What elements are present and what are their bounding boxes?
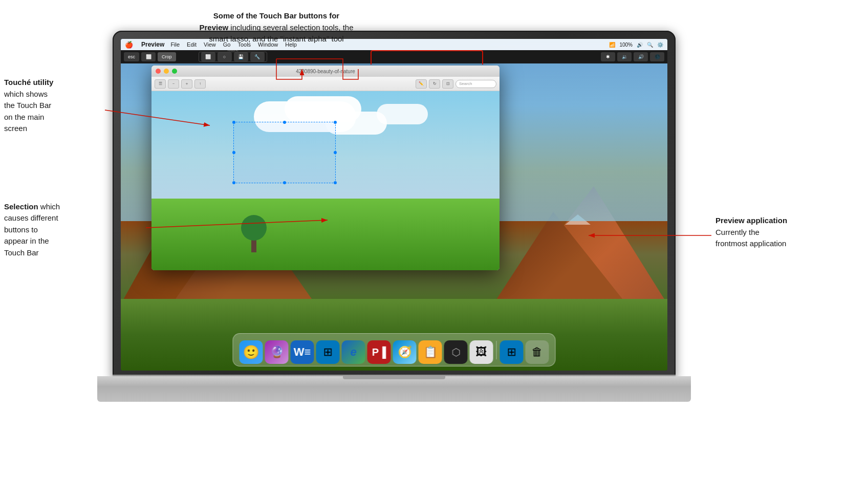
touch-bar-crop[interactable]: Crop <box>158 52 176 61</box>
touch-bar-night[interactable]: 🌑 <box>650 52 664 61</box>
ie-icon: e <box>350 345 356 359</box>
macbook-base-notch <box>343 376 445 379</box>
touche-btn-3[interactable]: 💾 <box>234 52 248 61</box>
touch-bar-brightness[interactable]: ✱ <box>601 52 615 61</box>
preview-app-label: Preview application <box>715 216 787 225</box>
preview-window[interactable]: 4230890-beauty-of-nature ☰ － ＋ ↑ ✏️ ↻ ⊡ <box>151 66 500 270</box>
powerpoint-icon: P▐ <box>372 347 386 358</box>
toolbar-zoom-in[interactable]: ＋ <box>181 79 192 89</box>
selection-handle-ml[interactable] <box>232 151 235 154</box>
dock-windows-2[interactable]: ⊞ <box>500 340 524 364</box>
touch-bar-esc[interactable]: esc <box>124 52 139 61</box>
preview-toolbar: ☰ － ＋ ↑ ✏️ ↻ ⊡ Search <box>151 77 500 91</box>
finder-icon: 🙂 <box>243 344 259 360</box>
dock-word[interactable]: W≡ <box>291 340 314 364</box>
page-container: Some of the Touch Bar buttons for Previe… <box>0 0 868 498</box>
notes-icon: 📋 <box>423 345 437 359</box>
dock-notes[interactable]: 📋 <box>419 340 442 364</box>
dock-separator <box>496 341 497 359</box>
toolbar-sidebar-toggle[interactable]: ☰ <box>155 79 166 89</box>
left-annotation-1: Touché utility which shows the Touch Bar… <box>4 77 106 135</box>
selection-rectangle[interactable] <box>233 122 336 183</box>
preview-titlebar: 4230890-beauty-of-nature <box>151 66 500 77</box>
selection-handle-tm[interactable] <box>283 121 286 124</box>
top-annotation-line3: smart lasso, and the "instant alpha" too… <box>209 34 343 43</box>
trash-icon: 🗑 <box>532 345 543 359</box>
windows-icon: ⊞ <box>507 345 516 359</box>
macbook: 🍎 Preview File Edit View Go Tools Window… <box>97 31 691 450</box>
touche-label: Touché utility <box>4 78 53 86</box>
menubar-battery: 100% <box>619 42 633 48</box>
toolbar-zoom-out[interactable]: － <box>168 79 179 89</box>
touche-btn-2[interactable]: ○ <box>218 52 232 61</box>
selection-handle-mr[interactable] <box>334 151 337 154</box>
menubar-search-icon[interactable]: 🔍 <box>647 42 653 48</box>
maximize-button[interactable] <box>172 69 177 74</box>
left-annotation-2-text: Selection which causes different buttons… <box>4 201 106 259</box>
touch-bar-select-rect[interactable]: ⬜ <box>141 52 156 61</box>
toolbar-rotate[interactable]: ↻ <box>429 79 440 89</box>
touche-btn-1[interactable]: ⬜ <box>201 52 215 61</box>
minimize-button[interactable] <box>164 69 169 74</box>
toolbar-share[interactable]: ↑ <box>194 79 206 89</box>
menubar-settings-icon[interactable]: ⚙️ <box>657 42 663 48</box>
menubar-wifi-icon: 📶 <box>609 42 615 48</box>
macbook-screen-bezel: 🍎 Preview File Edit View Go Tools Window… <box>113 31 676 379</box>
desktop-background: 🍎 Preview File Edit View Go Tools Window… <box>121 39 667 371</box>
touche-btn-4[interactable]: 🔧 <box>250 52 265 61</box>
apple-menu-icon[interactable]: 🍎 <box>125 41 133 49</box>
left-annotations: Touché utility which shows the Touch Bar… <box>4 77 106 258</box>
cloud-far-right <box>377 104 428 124</box>
toolbar-markup[interactable]: ✏️ <box>416 79 427 89</box>
grass-layer <box>151 199 500 270</box>
selection-handle-tr[interactable] <box>334 121 337 124</box>
tree-foliage <box>241 215 267 241</box>
search-placeholder: Search <box>459 81 472 86</box>
toolbar-search[interactable]: Search <box>455 80 496 88</box>
dock-parallels[interactable]: ⊞ <box>316 340 340 364</box>
menubar-volume-icon: 🔊 <box>637 42 643 48</box>
preview-image-area <box>151 91 500 270</box>
selection-handle-br[interactable] <box>334 181 337 184</box>
macbook-base <box>97 376 691 402</box>
menu-bar-right: 📶 100% 🔊 🔍 ⚙️ <box>609 42 663 48</box>
dock-powerpoint[interactable]: P▐ <box>367 340 391 364</box>
safari-icon: 🧭 <box>398 345 411 359</box>
app-name-menu[interactable]: Preview <box>141 41 164 48</box>
touch-bar-volume-down[interactable]: 🔉 <box>617 52 632 61</box>
top-annotation-line2-rest: including several selection tools, the <box>228 23 353 32</box>
selection-label: Selection <box>4 202 38 211</box>
dock-ie[interactable]: e <box>342 340 365 364</box>
selection-handle-bm[interactable] <box>283 181 286 184</box>
dock-codeshot[interactable]: ⬡ <box>444 340 468 364</box>
touch-bar-right-icons: ✱ 🔉 🔊 🌑 <box>601 52 664 61</box>
toolbar-crop-toolbar[interactable]: ⊡ <box>442 79 453 89</box>
touche-section: Touché ⬜ ○ 💾 🔧 <box>199 52 267 62</box>
word-icon: W≡ <box>294 345 311 359</box>
right-annotations: Preview application Currently the frontm… <box>715 215 864 250</box>
dock-siri[interactable]: 🔮 <box>265 340 289 364</box>
parallels-icon: ⊞ <box>323 345 333 359</box>
siri-icon: 🔮 <box>270 345 284 359</box>
left-annotation-2: Selection which causes different buttons… <box>4 201 106 259</box>
selection-handle-bl[interactable] <box>232 181 235 184</box>
touch-bar-volume-up[interactable]: 🔊 <box>634 52 648 61</box>
codeshot-icon: ⬡ <box>451 346 460 358</box>
dock-finder[interactable]: 🙂 <box>240 340 263 364</box>
macbook-screen: 🍎 Preview File Edit View Go Tools Window… <box>121 39 667 371</box>
top-annotation-text: Some of the Touch Bar buttons for Previe… <box>174 10 379 45</box>
close-button[interactable] <box>156 69 161 74</box>
photos-icon: 🖼 <box>476 345 487 359</box>
top-annotation: Some of the Touch Bar buttons for Previe… <box>174 10 379 45</box>
left-annotation-1-text: Touché utility which shows the Touch Bar… <box>4 77 106 135</box>
dock-safari[interactable]: 🧭 <box>393 340 417 364</box>
dock-trash[interactable]: 🗑 <box>526 340 549 364</box>
right-annotation-1-text: Preview application Currently the frontm… <box>715 215 864 250</box>
top-annotation-preview-bold: Preview <box>199 23 228 32</box>
selection-handle-tl[interactable] <box>232 121 235 124</box>
dock-photos[interactable]: 🖼 <box>470 340 493 364</box>
preview-window-title: 4230890-beauty-of-nature <box>296 69 355 74</box>
dock: 🙂 🔮 W≡ ⊞ <box>233 333 556 366</box>
touch-bar: esc ⬜ Crop Touché ⬜ ○ 💾 🔧 ✱ <box>121 50 667 63</box>
